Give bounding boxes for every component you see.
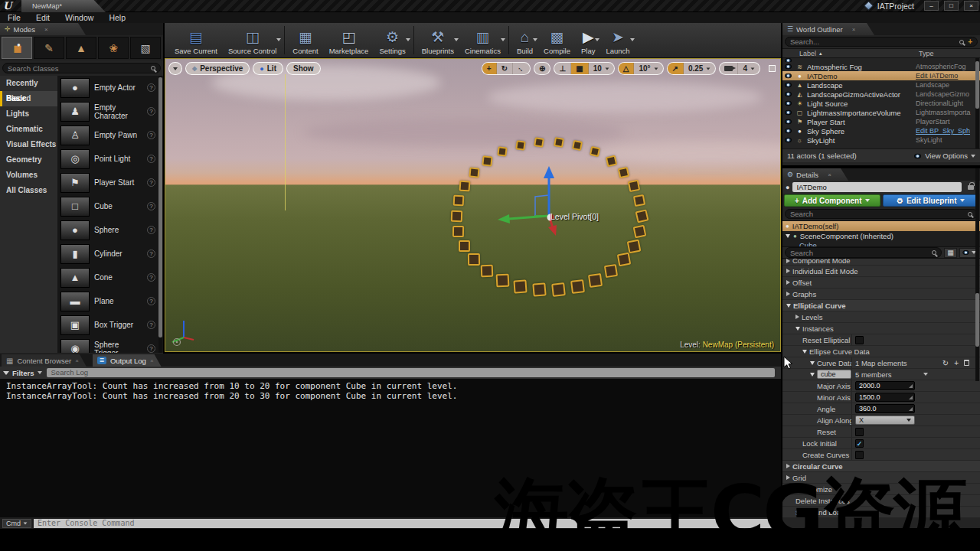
category-recently-placed[interactable]: Recently Placed xyxy=(0,76,57,91)
visibility-eye-icon[interactable] xyxy=(785,64,792,69)
camera-speed-button[interactable] xyxy=(720,63,738,74)
property-row[interactable]: Align Along X xyxy=(782,415,980,426)
property-row[interactable]: Graphs xyxy=(782,289,980,300)
category-geometry[interactable]: Geometry xyxy=(0,152,57,168)
list-item[interactable]: ▲ Cone ? xyxy=(57,266,163,289)
launch-button[interactable]: ➤ Launch xyxy=(600,23,635,57)
mode-geometry-button[interactable]: ▧ xyxy=(130,37,161,59)
property-row[interactable]: Minor Axis 1500.0 xyxy=(782,392,980,403)
source-control-button[interactable]: ◫ Source Control xyxy=(223,23,282,57)
expand-icon[interactable] xyxy=(786,280,790,285)
perspective-button[interactable]: ◆ Perspective xyxy=(185,62,250,75)
property-row[interactable]: Ellipse Curve Data xyxy=(782,346,980,357)
reset-checkbox[interactable] xyxy=(855,428,864,436)
show-button[interactable]: Show xyxy=(286,62,321,75)
property-row[interactable]: Randomize xyxy=(782,484,980,495)
build-button[interactable]: ⌂ Build xyxy=(511,23,538,57)
cube-instance[interactable] xyxy=(534,137,544,148)
table-row[interactable]: ● Sky Sphere Edit BP_Sky_Sph xyxy=(782,126,980,135)
expand-icon[interactable] xyxy=(795,315,799,319)
cube-instance[interactable] xyxy=(459,180,469,191)
table-row-selected[interactable]: ● IATDemo Edit IATDemo xyxy=(782,71,980,80)
expand-icon[interactable] xyxy=(786,464,790,468)
create-curves-checkbox[interactable] xyxy=(855,451,864,459)
add-element-icon[interactable]: + xyxy=(954,359,959,367)
collapse-icon[interactable] xyxy=(786,304,791,308)
menu-file[interactable]: File xyxy=(0,13,28,22)
cube-instance[interactable] xyxy=(554,137,564,148)
visibility-eye-icon[interactable] xyxy=(785,129,792,133)
grid-snap-toggle[interactable]: ▦ xyxy=(571,63,588,74)
menu-help[interactable]: Help xyxy=(101,13,133,22)
list-item[interactable]: ♙ Empty Pawn ? xyxy=(57,123,163,147)
collapse-icon[interactable] xyxy=(795,327,800,331)
reset-elliptical-checkbox[interactable] xyxy=(855,336,864,344)
world-outliner-tab[interactable]: ☰ World Outliner × xyxy=(782,23,874,35)
table-row[interactable]: ▢ LightmassImportanceVolume LightmassImp… xyxy=(782,108,980,117)
cube-instance[interactable] xyxy=(570,279,585,294)
cube-instance[interactable] xyxy=(617,253,632,267)
expand-icon[interactable] xyxy=(786,475,790,480)
close-icon[interactable]: × xyxy=(846,26,856,33)
mode-foliage-button[interactable]: ❀ xyxy=(98,37,129,59)
category-cinematic[interactable]: Cinematic xyxy=(0,122,57,137)
scale-snap-toggle[interactable]: ↗ xyxy=(668,63,684,74)
list-item[interactable]: ● Sphere ? xyxy=(57,218,163,242)
component-row[interactable]: Cube xyxy=(782,241,980,246)
component-search-input[interactable]: Search xyxy=(785,209,978,219)
mode-paint-button[interactable]: ✎ xyxy=(34,37,64,59)
collapse-icon[interactable] xyxy=(810,373,815,377)
filters-button[interactable]: Filters xyxy=(3,369,42,377)
visibility-eye-icon[interactable] xyxy=(785,110,792,115)
close-button[interactable]: × xyxy=(964,1,978,11)
edit-blueprint-button[interactable]: ⚙ Edit Blueprint xyxy=(883,194,979,207)
expand-icon[interactable] xyxy=(786,234,790,238)
search-log-input[interactable]: Search Log xyxy=(47,368,775,377)
console-command-input[interactable]: Enter Console Command xyxy=(34,519,779,528)
list-item[interactable]: ▬ Plane ? xyxy=(57,289,163,313)
lock-initial-checkbox[interactable]: ✓ xyxy=(855,439,864,448)
blueprints-button[interactable]: ⚒ Blueprints xyxy=(416,23,459,57)
close-icon[interactable]: × xyxy=(822,171,831,178)
collapse-icon[interactable] xyxy=(802,350,807,354)
property-row[interactable]: Component Mode xyxy=(782,259,980,266)
rotate-tool-button[interactable]: ↻ xyxy=(497,63,513,74)
visibility-eye-icon[interactable] xyxy=(785,101,792,106)
property-row[interactable]: Delete Instances xyxy=(782,495,980,507)
grid-snap-value[interactable]: 10 xyxy=(589,63,614,74)
cinematics-button[interactable]: ▥ Cinematics xyxy=(459,23,506,57)
visibility-eye-icon[interactable] xyxy=(785,73,792,78)
cube-instance[interactable] xyxy=(452,226,464,237)
property-row[interactable]: Grid xyxy=(782,472,980,484)
delete-icon[interactable] xyxy=(964,360,969,366)
menu-window[interactable]: Window xyxy=(57,13,101,22)
property-row-map[interactable]: Curve Data For C 1 Map elements ↻ + xyxy=(782,357,980,369)
maximize-viewport-button[interactable] xyxy=(769,65,776,72)
close-icon[interactable]: × xyxy=(150,357,154,364)
property-row[interactable]: Angle 360.0 xyxy=(782,403,980,415)
cube-instance[interactable] xyxy=(604,264,619,279)
modes-tab[interactable]: ✛ Modes × xyxy=(0,23,86,35)
property-row[interactable]: Instances xyxy=(782,323,980,334)
category-lights[interactable]: Lights xyxy=(0,106,57,122)
details-tab[interactable]: ⚙ Details × xyxy=(782,168,848,181)
maximize-button[interactable]: □ xyxy=(944,1,959,11)
search-classes-input[interactable]: Search Classes xyxy=(2,63,161,73)
list-item[interactable]: ⚑ Player Start ? xyxy=(57,171,163,194)
component-row[interactable]: ● SceneComponent (Inherited) xyxy=(782,231,980,241)
minor-axis-field[interactable]: 1500.0 xyxy=(855,393,915,402)
property-row[interactable]: Major Axis 2000.0 xyxy=(782,380,980,392)
camera-speed-value[interactable]: 4 xyxy=(738,63,760,74)
modes-scrollbar[interactable] xyxy=(158,76,162,353)
visibility-eye-icon[interactable] xyxy=(785,119,792,124)
column-label[interactable]: Label xyxy=(799,50,816,57)
actor-name-field[interactable]: IATDemo xyxy=(792,182,962,192)
edit-link[interactable]: Edit IATDemo xyxy=(916,72,978,80)
cube-instance[interactable] xyxy=(588,273,603,288)
list-item[interactable]: ▮ Cylinder ? xyxy=(57,242,163,266)
angle-snap-toggle[interactable]: △ xyxy=(619,63,635,74)
cube-instance[interactable] xyxy=(481,265,494,278)
cube-instance[interactable] xyxy=(572,140,583,151)
close-icon[interactable]: × xyxy=(38,26,48,33)
minimize-button[interactable]: – xyxy=(924,1,939,11)
